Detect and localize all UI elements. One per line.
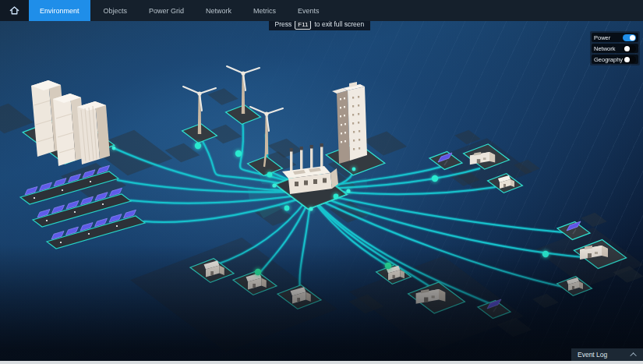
nav-tabs: Environment Objects Power Grid Network M…: [29, 0, 330, 21]
energy-particle: [255, 269, 261, 275]
toggle-row-geography[interactable]: Geography: [592, 55, 638, 64]
network-toggle[interactable]: [623, 45, 636, 52]
energy-particle: [334, 194, 339, 200]
toggle-row-power[interactable]: Power: [592, 33, 638, 42]
app-window: Environment Objects Power Grid Network M…: [0, 0, 643, 364]
toggle-label: Network: [594, 45, 616, 52]
grid-node: [352, 168, 356, 171]
power-plant-node[interactable]: [282, 143, 338, 194]
grid-node: [346, 189, 350, 193]
event-log-label: Event Log: [578, 351, 607, 359]
city-buildings-node[interactable]: [31, 80, 110, 166]
energy-particle: [542, 251, 549, 257]
energy-particle: [385, 263, 391, 269]
chevron-up-icon: [630, 352, 636, 359]
tab-environment[interactable]: Environment: [29, 0, 90, 21]
energy-particle: [432, 175, 438, 182]
energy-particle: [235, 150, 242, 157]
power-toggle[interactable]: [623, 34, 636, 41]
f11-keycap: F11: [295, 20, 311, 30]
energy-particle: [195, 143, 201, 149]
window-frame-edge: [0, 361, 643, 364]
tab-metrics[interactable]: Metrics: [245, 0, 284, 21]
toggle-label: Power: [594, 34, 610, 41]
tab-network[interactable]: Network: [197, 0, 240, 21]
tab-objects[interactable]: Objects: [95, 0, 136, 21]
layer-toggle-panel: Power Network Geography: [590, 31, 640, 65]
grid-node: [272, 183, 276, 187]
tab-events[interactable]: Events: [289, 0, 328, 21]
home-icon: [9, 5, 20, 16]
home-button[interactable]: [0, 0, 29, 21]
grid-node: [309, 207, 313, 210]
toggle-row-network[interactable]: Network: [592, 44, 638, 53]
grid-node: [112, 147, 116, 150]
event-log-bar[interactable]: Event Log: [571, 348, 643, 361]
world-map: [0, 0, 643, 364]
geography-toggle[interactable]: [623, 56, 636, 63]
top-navbar: Environment Objects Power Grid Network M…: [0, 0, 643, 21]
energy-particle: [267, 172, 273, 178]
power-line: [129, 195, 302, 203]
solar-farm[interactable]: [20, 165, 145, 249]
energy-particle: [284, 206, 290, 211]
wind-turbine-2[interactable]: [227, 66, 260, 114]
toggle-label: Geography: [594, 56, 623, 63]
simulation-viewport[interactable]: [0, 0, 643, 361]
tab-power-grid[interactable]: Power Grid: [140, 0, 193, 21]
